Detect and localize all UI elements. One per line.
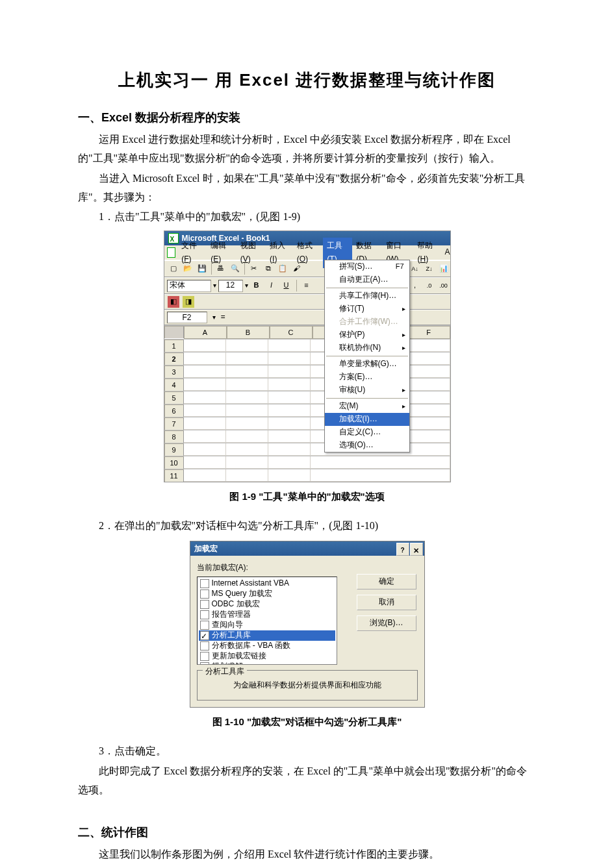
checkbox-icon[interactable] (200, 652, 209, 661)
column-header[interactable]: A (184, 326, 227, 339)
grid-cell[interactable] (226, 378, 268, 391)
grid-cell[interactable] (226, 391, 268, 404)
menu-item-protect[interactable]: 保护(P)▸ (325, 329, 409, 341)
row-header[interactable]: 6 (164, 404, 184, 417)
grid-cell[interactable] (226, 353, 268, 365)
italic-button[interactable]: I (265, 279, 278, 292)
checkbox-icon[interactable] (200, 631, 209, 640)
checkbox-icon[interactable] (200, 589, 209, 599)
grid-cell[interactable] (184, 430, 226, 443)
grid-cell[interactable] (184, 417, 226, 430)
row-header[interactable]: 8 (164, 430, 184, 443)
menu-item-addins[interactable]: 加载宏(I)… (325, 413, 409, 426)
grid-cell[interactable] (226, 417, 268, 430)
menu-help[interactable]: 帮助(H) (413, 238, 443, 268)
grid-cell[interactable] (226, 340, 268, 352)
grid-cell[interactable] (226, 469, 268, 482)
select-all-corner[interactable] (164, 326, 184, 338)
grid-cell[interactable] (268, 391, 311, 404)
grid-cell[interactable] (184, 366, 226, 378)
dropdown-arrow-icon[interactable]: ▾ (212, 312, 216, 323)
grid-cell[interactable] (268, 378, 311, 391)
close-button[interactable]: ✕ (410, 543, 423, 556)
menu-item-goalseek[interactable]: 单变量求解(G)… (325, 358, 409, 371)
row-header[interactable]: 9 (164, 443, 184, 456)
grid-cell[interactable] (184, 391, 226, 404)
menu-item-share[interactable]: 共享工作簿(H)… (325, 290, 409, 303)
row-header[interactable]: 5 (164, 391, 184, 404)
grid-cell[interactable] (226, 430, 268, 443)
grid-cell[interactable] (184, 404, 226, 417)
menu-format[interactable]: 格式(O) (293, 238, 324, 268)
bold-button[interactable]: B (250, 279, 263, 292)
decrease-decimal-icon[interactable]: .00 (437, 279, 450, 292)
menu-view[interactable]: 视图(V) (237, 238, 266, 268)
checkbox-icon[interactable] (200, 610, 209, 619)
font-size-box[interactable]: 12 (218, 280, 243, 292)
increase-decimal-icon[interactable]: .0 (423, 279, 436, 292)
grid-cell[interactable] (226, 456, 268, 469)
ok-button[interactable]: 确定 (357, 574, 416, 589)
checkbox-icon[interactable] (200, 621, 209, 630)
grid-cell[interactable] (226, 366, 268, 378)
row-header[interactable]: 10 (164, 456, 184, 469)
menu-item-track[interactable]: 修订(T)▸ (325, 303, 409, 316)
cancel-button[interactable]: 取消 (357, 595, 416, 610)
grid-cell[interactable] (226, 443, 268, 456)
grid-cell[interactable] (268, 340, 311, 352)
grid-cell[interactable] (408, 404, 450, 417)
checkbox-icon[interactable] (200, 579, 209, 588)
grid-cell[interactable] (268, 417, 311, 430)
grid-cell[interactable] (268, 353, 311, 365)
comma-style-icon[interactable]: , (409, 279, 422, 292)
grid-cell[interactable] (226, 404, 268, 417)
menu-item-macro[interactable]: 宏(M)▸ (325, 400, 409, 413)
grid-cell[interactable] (184, 443, 226, 456)
grid-cell[interactable] (184, 456, 226, 469)
name-box[interactable]: F2 (167, 312, 207, 323)
grid-cell[interactable] (268, 366, 311, 378)
menu-edit[interactable]: 编辑(E) (207, 238, 236, 268)
menu-item-customize[interactable]: 自定义(C)… (325, 426, 409, 439)
grid-cell[interactable] (408, 366, 450, 378)
tool-icon[interactable]: ◨ (182, 295, 195, 308)
formula-equals[interactable]: = (221, 310, 225, 325)
grid-cell[interactable] (408, 353, 450, 365)
grid-cell[interactable] (408, 417, 450, 430)
grid-cell[interactable] (268, 469, 311, 482)
row-header[interactable]: 2 (164, 353, 184, 365)
row-header[interactable]: 1 (164, 340, 184, 352)
browse-button[interactable]: 浏览(B)… (357, 615, 416, 631)
grid-cell[interactable] (408, 340, 450, 352)
column-header[interactable]: C (270, 326, 313, 339)
underline-button[interactable]: U (280, 279, 293, 292)
grid-cell[interactable] (268, 456, 311, 469)
row-header[interactable]: 4 (164, 378, 184, 391)
menu-insert[interactable]: 插入(I) (266, 238, 293, 268)
grid-cell[interactable] (408, 456, 450, 469)
grid-cell[interactable] (408, 443, 450, 456)
font-name-box[interactable]: 宋体 (167, 280, 211, 292)
grid-cell[interactable] (408, 391, 450, 404)
menu-item-options[interactable]: 选项(O)… (325, 439, 409, 452)
dropdown-arrow-icon[interactable]: ▾ (213, 280, 216, 291)
tool-icon[interactable]: ◧ (167, 295, 180, 308)
help-button[interactable]: ? (396, 543, 409, 556)
menu-item-scenario[interactable]: 方案(E)… (325, 371, 409, 384)
row-header[interactable]: 11 (164, 469, 184, 482)
align-left-icon[interactable]: ≡ (300, 279, 313, 292)
grid-cell[interactable] (268, 443, 311, 456)
grid-cell[interactable] (268, 404, 311, 417)
menu-item-online[interactable]: 联机协作(N)▸ (325, 341, 409, 354)
checkbox-icon[interactable] (200, 600, 209, 609)
grid-cell[interactable] (184, 469, 226, 482)
row-header[interactable]: 7 (164, 417, 184, 430)
grid-cell[interactable] (184, 353, 226, 365)
checkbox-icon[interactable] (200, 641, 209, 651)
menu-item-spell[interactable]: 拼写(S)… F7 (325, 260, 409, 273)
grid-cell[interactable] (268, 430, 311, 443)
dropdown-arrow-icon[interactable]: ▾ (245, 280, 248, 291)
grid-cell[interactable] (408, 469, 450, 482)
grid-cell[interactable] (184, 340, 226, 352)
grid-cell[interactable] (408, 378, 450, 391)
